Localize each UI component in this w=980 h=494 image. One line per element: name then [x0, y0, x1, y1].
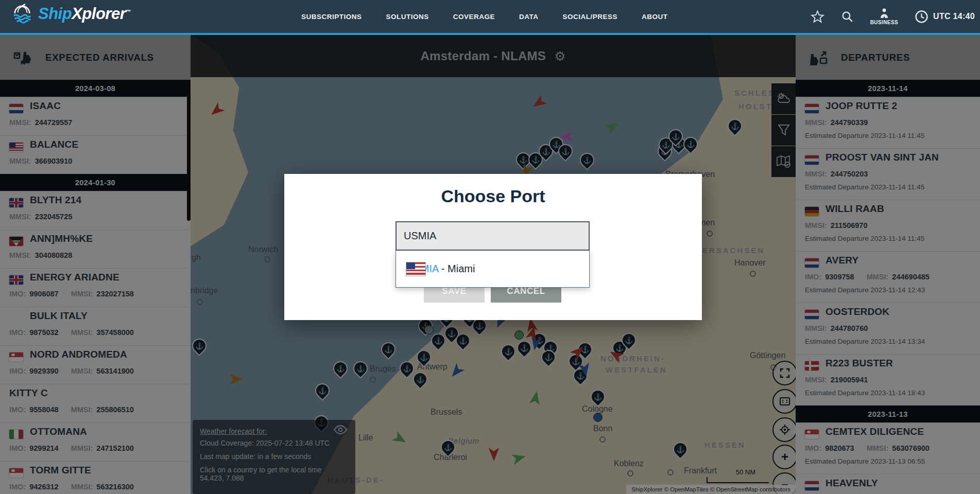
ship-row[interactable]: HEAVENLY: [796, 474, 980, 494]
map-place-label: HESSEN: [704, 440, 746, 449]
navbar-accent-line: [0, 33, 980, 35]
date-separator: 2024-01-30: [0, 174, 191, 191]
city-dot: [667, 469, 674, 475]
search-icon[interactable]: [841, 10, 854, 23]
map-port-header: Amsterdam - NLAMS ⚙: [191, 35, 796, 77]
nav-item-coverage[interactable]: COVERAGE: [453, 13, 495, 21]
map-place-label: Koblenz: [614, 459, 644, 468]
favorite-star-icon[interactable]: [811, 10, 824, 24]
ship-row[interactable]: ISAACMMSI:244729557: [0, 97, 191, 135]
account-label: BUSINESS: [870, 20, 898, 25]
ship-row[interactable]: ANN]MH%KEMMSI:304080828: [0, 230, 191, 268]
port-anchor-pin[interactable]: ⚓: [378, 339, 399, 360]
port-suggestion-item[interactable]: USMIA - Miami: [396, 251, 590, 288]
vessel-dot-marker[interactable]: [424, 325, 434, 334]
city-dot: [750, 271, 756, 277]
eye-icon[interactable]: [334, 425, 347, 434]
map-place-label: Bonn: [593, 424, 612, 433]
ship-identifiers: MMSI:366903910: [9, 157, 84, 165]
ship-identifiers: IMO:9875032MMSI:357458000: [9, 328, 146, 337]
ship-row[interactable]: WILLI RAABMMSI:211506970Estimated Depart…: [796, 200, 980, 251]
weather-forecast-label[interactable]: Weather forecast for:: [200, 427, 355, 435]
ship-row[interactable]: BALANCEMMSI:366903910: [0, 135, 191, 174]
person-icon: [879, 8, 890, 19]
map-scale: 50 NM: [707, 468, 769, 483]
estimated-departure: Estimated Departure 2023-11-14 12:43: [805, 286, 925, 294]
ship-row[interactable]: ENERGY ARIADNEIMO:9906087MMSI:232027158: [0, 268, 191, 307]
vessel-marker[interactable]: [604, 117, 622, 136]
vessel-dot-marker[interactable]: [593, 413, 603, 422]
selected-port-title: Amsterdam - NLAMS: [420, 49, 546, 63]
map-place-label: WESTFALEN: [606, 365, 667, 374]
departures-ship-icon: [809, 50, 829, 65]
ship-name: BLYTH 214: [30, 195, 81, 206]
locate-button[interactable]: [772, 417, 796, 442]
estimated-departure: Estimated Departure 2023-11-13 06:55: [805, 457, 925, 465]
ship-row[interactable]: OOSTERDOKMMSI:244780760Estimated Departu…: [796, 303, 980, 354]
port-anchor-pin[interactable]: ⚓: [312, 380, 333, 401]
ship-identifiers: MMSI:244750203: [805, 170, 880, 178]
top-navbar: ShipXplorer™ SUBSCRIPTIONSSOLUTIONSCOVER…: [0, 0, 980, 33]
country-flag-nl: [805, 481, 819, 490]
port-anchor-pin[interactable]: ⚓: [577, 150, 597, 170]
ship-row[interactable]: OTTOMANAIMO:9299214MMSI:247152100: [0, 422, 191, 461]
nav-item-subscriptions[interactable]: SUBSCRIPTIONS: [301, 13, 362, 21]
port-anchor-pin[interactable]: ⚓: [350, 358, 371, 379]
estimated-departure: Estimated Departure 2023-11-14 11:45: [805, 183, 924, 191]
country-flag-gb: [9, 275, 23, 285]
ship-row[interactable]: TORM GITTEIMO:9426312MMSI:563216300: [0, 461, 191, 494]
ship-row[interactable]: PROOST VAN SINT JANMMSI:244750203Estimat…: [796, 148, 980, 200]
weather-layer-button[interactable]: [771, 83, 796, 114]
vessel-marker[interactable]: [230, 373, 243, 386]
estimated-departure: Estimated Departure 2023-11-14 11:45: [805, 132, 924, 139]
ship-name: OTTOMANA: [30, 426, 87, 437]
ship-row[interactable]: CEMTEX DILIGENCEIMO:9820673MMSI:56307690…: [796, 422, 980, 474]
port-anchor-pin[interactable]: ⚓: [191, 336, 210, 356]
us-flag-icon: [406, 262, 425, 276]
choose-port-modal: Choose Port SAVE CANCEL USMIA - Miami: [284, 174, 702, 320]
modal-title: Choose Port: [284, 186, 702, 206]
map-attribution[interactable]: ShipXplorer © OpenMapTiles © OpenStreetM…: [626, 485, 796, 494]
vessel-dot-marker[interactable]: [514, 330, 524, 340]
ship-row[interactable]: NORD ANDROMEDAIMO:9929390MMSI:563141900: [0, 345, 191, 384]
filter-button[interactable]: [771, 115, 796, 146]
departures-list: 2023-11-14JOOP RUTTE 2MMSI:244790339Esti…: [796, 80, 980, 494]
ship-name: AVERY: [826, 255, 858, 266]
nav-item-solutions[interactable]: SOLUTIONS: [386, 13, 429, 21]
ship-row[interactable]: BULK ITALYIMO:9875032MMSI:357458000: [0, 307, 191, 345]
port-anchor-pin[interactable]: ⚓: [330, 358, 351, 379]
nav-item-about[interactable]: ABOUT: [642, 13, 668, 21]
account-menu[interactable]: BUSINESS: [870, 8, 898, 25]
country-flag-nl: [9, 104, 23, 113]
screenshot-button[interactable]: [772, 389, 796, 414]
map-gear-icon: [776, 154, 792, 169]
arrivals-scrollbar[interactable]: [187, 96, 191, 221]
map-place-label: Bruges: [370, 364, 396, 374]
ship-name: HEAVENLY: [826, 478, 878, 489]
ship-row[interactable]: JOOP RUTTE 2MMSI:244790339Estimated Depa…: [796, 97, 980, 148]
ship-name: ISAAC: [30, 100, 61, 112]
country-flag-sg: [9, 468, 23, 478]
ship-row[interactable]: R223 BUSTERMMSI:219005941Estimated Depar…: [796, 354, 980, 405]
ship-row[interactable]: KITTY CIMO:9558048MMSI:255806510: [0, 384, 191, 422]
country-flag-gb: [9, 198, 23, 207]
ship-row[interactable]: AVERYIMO:9309758MMSI:244690485Estimated …: [796, 251, 980, 303]
locate-icon: [779, 424, 790, 435]
ship-name: TORM GITTE: [30, 465, 91, 476]
country-flag-sg: [805, 430, 819, 439]
port-search-input[interactable]: [397, 222, 589, 250]
map-place-label: Hanover: [734, 258, 765, 268]
fullscreen-button[interactable]: [772, 361, 796, 385]
port-settings-gear-icon[interactable]: ⚙: [554, 49, 565, 64]
zoom-in-button[interactable]: +: [772, 445, 796, 469]
nav-item-social-press[interactable]: SOCIAL/PRESS: [563, 13, 618, 21]
brand-logo[interactable]: ShipXplorer™: [11, 3, 131, 25]
sun-cloud-icon: [776, 92, 792, 105]
vessel-marker[interactable]: [529, 94, 548, 112]
map-settings-button[interactable]: [771, 146, 796, 177]
ship-identifiers: IMO:9929390MMSI:563141900: [9, 367, 146, 375]
ship-row[interactable]: BLYTH 214MMSI:232045725: [0, 191, 191, 230]
date-separator: 2023-11-13: [796, 405, 980, 422]
country-flag-nl: [805, 310, 819, 319]
nav-item-data[interactable]: DATA: [519, 13, 539, 21]
